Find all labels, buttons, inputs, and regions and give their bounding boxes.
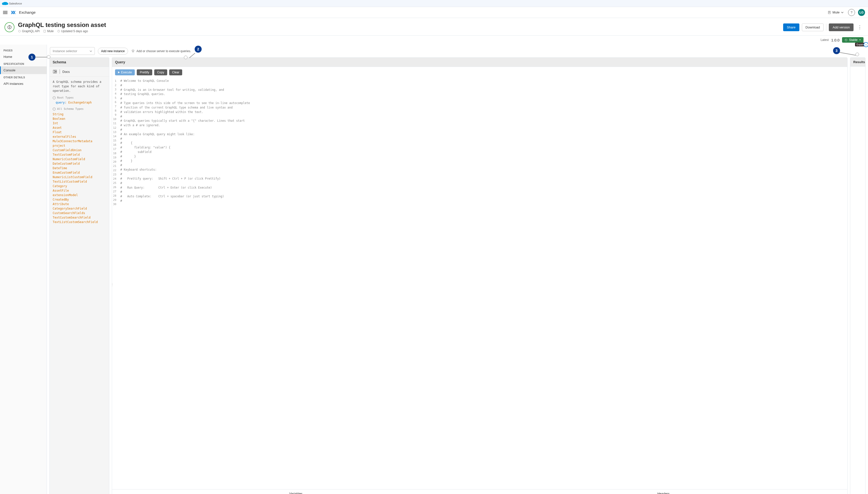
sidebar: PAGES Home SPECIFICATION Console OTHER D… [0, 45, 47, 494]
schema-type-item[interactable]: CustomSearchFields [53, 211, 106, 215]
play-icon [118, 71, 120, 73]
add-version-button[interactable]: Add version [829, 23, 853, 31]
schema-type-item[interactable]: Float [53, 130, 106, 134]
building-icon [828, 11, 831, 14]
root-query[interactable]: query: ExchangeGraph [56, 101, 106, 104]
main-content: PAGES Home SPECIFICATION Console OTHER D… [0, 45, 868, 494]
building-icon [43, 30, 46, 33]
asset-header: GraphQL testing session asset GraphQL AP… [0, 18, 868, 36]
asset-type-icon [4, 22, 15, 32]
results-body [850, 66, 865, 494]
schema-type-item[interactable]: CategorySearchField [53, 206, 106, 211]
tab-headers[interactable]: Headers [480, 490, 847, 494]
schema-type-item[interactable]: TextCustomSearchField [53, 215, 106, 220]
refresh-icon [845, 38, 848, 41]
copy-button[interactable]: Copy [154, 69, 167, 75]
app-title: Exchange [19, 10, 36, 15]
sidebar-item-api-instances[interactable]: API instances [0, 80, 47, 88]
asset-title: GraphQL testing session asset [18, 21, 780, 28]
query-header: Query [112, 58, 847, 67]
lightbulb-icon [131, 49, 135, 53]
schema-type-item[interactable]: DateTime [53, 166, 106, 170]
schema-type-item[interactable]: CreatedBy [53, 197, 106, 202]
sidebar-item-console[interactable]: Console [0, 66, 47, 74]
schema-description: A GraphQL schema provides a root type fo… [53, 80, 106, 93]
svg-rect-12 [55, 72, 57, 73]
results-panel: Results [850, 57, 866, 494]
schema-type-item[interactable]: project [53, 144, 106, 148]
asset-meta: GraphQL API Mule Updated 5 days ago [18, 30, 780, 33]
navbar: Exchange Mule ? LG [0, 7, 868, 18]
user-avatar[interactable]: LG [858, 9, 865, 16]
schema-type-item[interactable]: extensionModel [53, 193, 106, 197]
schema-type-item[interactable]: TextCustomField [53, 152, 106, 157]
schema-type-item[interactable]: String [53, 112, 106, 116]
query-panel: Query Execute Prettify Copy Clear ⋮⋮ 123… [112, 57, 848, 494]
hamburger-menu-icon[interactable] [3, 11, 7, 14]
code-area[interactable]: # Welcome to GraphQL Console## GraphQL i… [118, 78, 847, 489]
share-button[interactable]: Share [783, 23, 799, 31]
callout-3-ring [855, 53, 859, 56]
asset-updated: Updated 5 days ago [57, 30, 88, 33]
schema-header: Schema [50, 58, 109, 67]
schema-type-item[interactable]: Int [53, 121, 106, 126]
schema-type-item[interactable]: NumericCustomField [53, 157, 106, 162]
svg-rect-2 [829, 12, 830, 12]
instance-row: Instance selector Add new instance Add o… [47, 45, 868, 57]
asset-owner: Mule [43, 30, 54, 33]
prettify-button[interactable]: Prettify [137, 69, 152, 75]
schema-type-item[interactable]: Asset [53, 126, 106, 130]
schema-type-item[interactable]: Boolean [53, 116, 106, 121]
schema-type-item[interactable]: AssetFile [53, 188, 106, 193]
stable-badge[interactable]: Stable [842, 37, 864, 43]
query-bottom-tabs: Variables Headers [112, 489, 847, 494]
all-types-toggle[interactable]: − All Schema Types [53, 107, 106, 111]
root-types-toggle[interactable]: − Root Types [53, 96, 106, 99]
latest-label: Latest [820, 38, 829, 42]
version-number: 1.0.0 [831, 38, 839, 42]
expand-button[interactable]: » [864, 42, 868, 47]
schema-explorer-icon[interactable] [53, 69, 57, 74]
add-instance-button[interactable]: Add new instance [98, 48, 128, 55]
schema-type-item[interactable]: externalFiles [53, 134, 106, 139]
org-name: Mule [833, 11, 839, 14]
schema-type-item[interactable]: Category [53, 184, 106, 188]
schema-tabs: Docs [50, 67, 109, 77]
instance-selector-placeholder: Instance selector [53, 49, 77, 53]
api-icon [18, 30, 21, 33]
tab-variables[interactable]: Variables [112, 490, 480, 494]
svg-rect-10 [53, 70, 55, 73]
svg-point-9 [132, 50, 134, 52]
asset-actions: Share Download Add version ⋮ [783, 23, 864, 31]
callout-2: 2 [195, 46, 202, 53]
download-button[interactable]: Download [802, 23, 824, 31]
drag-handle-icon[interactable]: ⋮⋮ [112, 284, 114, 286]
schema-type-item[interactable]: Mule3ConnectorMetadata [53, 139, 106, 144]
schema-type-item[interactable]: Attribute [53, 202, 106, 206]
callout-3: 3 [833, 47, 840, 54]
query-editor[interactable]: ⋮⋮ 1234567891011121314151617181920212223… [112, 78, 847, 489]
query-toolbar: Execute Prettify Copy Clear [112, 67, 847, 78]
schema-body: A GraphQL schema provides a root type fo… [50, 77, 109, 494]
schema-type-item[interactable]: TextListCustomSearchField [53, 220, 106, 224]
docs-tab[interactable]: Docs [62, 70, 70, 74]
caret-down-icon [859, 39, 861, 41]
svg-rect-4 [829, 12, 830, 13]
execute-button[interactable]: Execute [115, 69, 135, 75]
clear-button[interactable]: Clear [169, 69, 183, 75]
kebab-menu-icon[interactable]: ⋮ [856, 23, 864, 31]
schema-type-list: StringBooleanIntAssetFloatexternalFilesM… [53, 112, 106, 224]
asset-type: GraphQL API [18, 30, 40, 33]
help-icon[interactable]: ? [848, 9, 855, 16]
schema-type-item[interactable]: EnumCustomField [53, 170, 106, 175]
callout-2-ring [184, 56, 187, 59]
schema-type-item[interactable]: DateCustomField [53, 162, 106, 166]
schema-type-item[interactable]: NumericListCustomField [53, 175, 106, 179]
instance-selector[interactable]: Instance selector [50, 47, 95, 55]
exchange-logo-icon [11, 10, 16, 15]
version-row: Latest 1.0.0 Stable Expand » [0, 36, 868, 45]
schema-type-item[interactable]: CustomFieldUnion [53, 148, 106, 152]
schema-type-item[interactable]: TextListCustomField [53, 179, 106, 184]
org-selector[interactable]: Mule [826, 10, 845, 15]
clock-icon [57, 30, 60, 33]
